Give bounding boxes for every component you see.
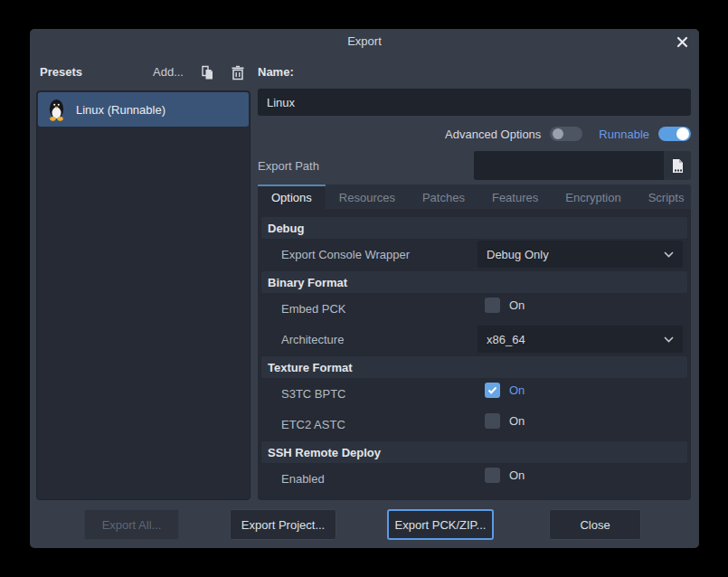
tab-features[interactable]: Features xyxy=(478,184,552,209)
dialog-titlebar: Export xyxy=(30,29,699,52)
option-row-enabled: Enabled On xyxy=(261,465,687,492)
tab-options[interactable]: Options xyxy=(258,184,326,209)
presets-header: Presets xyxy=(40,65,82,79)
toggle-knob xyxy=(553,128,563,139)
tab-encryption[interactable]: Encryption xyxy=(552,184,634,209)
option-row-s3tc-bptc: S3TC BPTC On xyxy=(261,380,687,407)
preset-list: Linux (Runnable) xyxy=(36,90,251,500)
toggle-knob xyxy=(676,128,689,140)
name-input[interactable] xyxy=(258,89,691,116)
section-header-ssh-remote-deploy: SSH Remote Deploy xyxy=(261,441,687,463)
section-header-texture-format: Texture Format xyxy=(261,356,687,378)
option-label: Embed PCK xyxy=(281,302,346,316)
s3tc-bptc-checkbox[interactable]: On xyxy=(485,383,525,398)
close-icon xyxy=(676,36,688,48)
dropdown-value: x86_64 xyxy=(487,333,525,346)
export-path-label: Export Path xyxy=(258,159,319,173)
advanced-options-toggle[interactable] xyxy=(550,127,582,141)
trash-icon xyxy=(231,65,245,80)
option-label: Export Console Wrapper xyxy=(281,248,410,261)
ssh-enabled-checkbox[interactable]: On xyxy=(485,468,525,483)
tab-scripts[interactable]: Scripts xyxy=(635,184,698,209)
checkbox-checked xyxy=(485,383,500,398)
section-header-binary-format: Binary Format xyxy=(261,271,687,293)
add-preset-button[interactable]: Add... xyxy=(153,65,184,79)
export-project-button[interactable]: Export Project... xyxy=(230,509,336,540)
preset-item-label: Linux (Runnable) xyxy=(76,103,165,117)
checkbox-unchecked xyxy=(485,468,500,483)
checkbox-text: On xyxy=(509,383,525,397)
option-label: Enabled xyxy=(281,472,325,486)
options-panel: Debug Export Console Wrapper Debug Only … xyxy=(258,209,691,500)
checkbox-text: On xyxy=(509,298,525,312)
option-row-etc2-astc: ETC2 ASTC On xyxy=(261,411,687,438)
export-path-group xyxy=(474,151,691,180)
header-toggles-row: Advanced Options Runnable xyxy=(258,123,691,145)
option-label: S3TC BPTC xyxy=(281,387,346,401)
embed-pck-checkbox[interactable]: On xyxy=(485,298,525,313)
export-tabs: Options Resources Patches Features Encry… xyxy=(258,184,691,209)
chevron-down-icon xyxy=(664,336,674,343)
checkbox-unchecked xyxy=(485,413,500,429)
export-path-browse-button[interactable] xyxy=(664,151,691,180)
architecture-dropdown[interactable]: x86_64 xyxy=(477,326,683,353)
checkbox-text: On xyxy=(509,414,525,428)
close-button[interactable] xyxy=(674,33,690,50)
file-icon xyxy=(671,158,685,174)
option-label: ETC2 ASTC xyxy=(281,418,345,431)
runnable-toggle[interactable] xyxy=(658,127,691,141)
tab-patches[interactable]: Patches xyxy=(409,184,478,209)
duplicate-icon xyxy=(200,65,215,80)
export-dialog: Export Presets Add... Name: xyxy=(30,29,699,548)
dialog-title: Export xyxy=(30,34,699,48)
section-header-debug: Debug xyxy=(261,217,687,239)
dropdown-value: Debug Only xyxy=(487,248,549,261)
preset-item-linux[interactable]: Linux (Runnable) xyxy=(38,92,249,127)
export-pck-zip-button[interactable]: Export PCK/ZIP... xyxy=(387,509,494,540)
checkbox-unchecked xyxy=(485,298,500,313)
chevron-down-icon xyxy=(664,251,674,258)
export-console-wrapper-dropdown[interactable]: Debug Only xyxy=(477,241,683,268)
checkbox-text: On xyxy=(509,468,525,482)
export-path-input[interactable] xyxy=(474,151,664,180)
etc2-astc-checkbox[interactable]: On xyxy=(485,413,525,429)
dialog-footer: Export All... Export Project... Export P… xyxy=(30,509,699,540)
duplicate-preset-button[interactable] xyxy=(198,63,216,81)
advanced-options-label: Advanced Options xyxy=(445,128,541,141)
option-row-export-console-wrapper: Export Console Wrapper Debug Only xyxy=(261,241,687,268)
delete-preset-button[interactable] xyxy=(229,63,247,81)
export-all-button[interactable]: Export All... xyxy=(84,509,179,540)
name-label: Name: xyxy=(258,65,294,79)
option-label: Architecture xyxy=(281,333,344,346)
option-row-architecture: Architecture x86_64 xyxy=(261,326,687,353)
tab-resources[interactable]: Resources xyxy=(326,184,409,209)
option-row-embed-pck: Embed PCK On xyxy=(261,295,687,322)
runnable-label: Runnable xyxy=(599,128,649,141)
close-dialog-button[interactable]: Close xyxy=(549,509,641,540)
linux-tux-icon xyxy=(46,98,67,121)
checkmark-icon xyxy=(487,386,497,394)
